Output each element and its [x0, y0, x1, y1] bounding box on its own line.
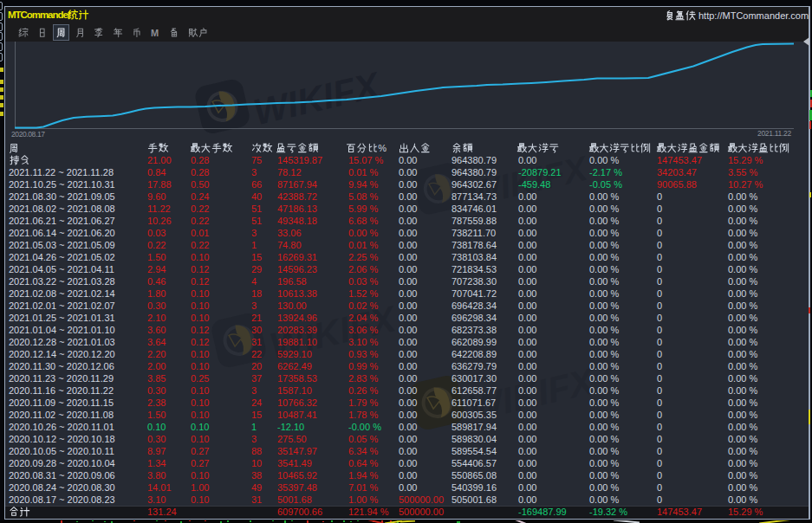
svg-text:%: % — [378, 143, 387, 153]
